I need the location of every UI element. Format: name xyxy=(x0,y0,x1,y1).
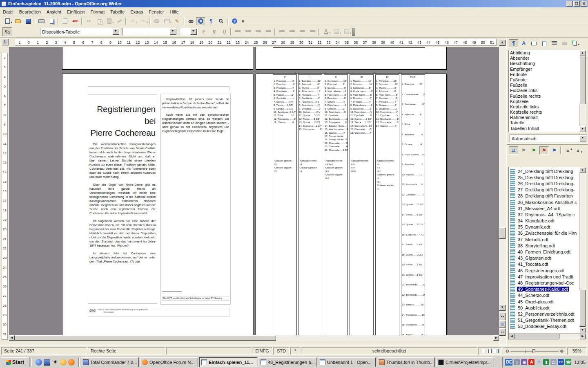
draw-functions-icon[interactable]: ✎ xyxy=(172,17,182,25)
horizontal-scrollbar[interactable] xyxy=(9,335,499,341)
chevron-down-icon[interactable] xyxy=(580,135,586,141)
navigator-file-item[interactable]: 46_Registrierungen.odt xyxy=(509,267,579,274)
tray-chart-icon[interactable]: ▮ xyxy=(543,359,549,365)
navigator-file-item[interactable]: 44_Scherzo.odt xyxy=(509,292,579,298)
zoom-out-icon[interactable]: ⊖ xyxy=(506,349,509,353)
style-list-item[interactable]: Abbildung xyxy=(509,50,586,56)
page-styles-icon[interactable] xyxy=(539,39,549,47)
style-list-item[interactable]: Fußnote xyxy=(509,77,586,83)
scrollbar-thumb[interactable] xyxy=(514,334,559,339)
document-workspace[interactable]: RegistrierungenbeiPierre Cochereau Die w… xyxy=(9,47,499,341)
multi-page-view-icon[interactable] xyxy=(488,349,492,353)
font-name-combo[interactable] xyxy=(122,28,177,36)
navigator-file-item[interactable]: 35_Dynamik.odt xyxy=(509,224,579,230)
new-document-icon[interactable] xyxy=(3,17,12,25)
redo-icon[interactable]: ↷ xyxy=(138,17,148,25)
scroll-up-icon[interactable] xyxy=(579,50,586,56)
zoom-slider[interactable]: ⊖ ⊕ xyxy=(503,347,566,355)
navigator-file-item[interactable]: 32_Rhythmus_A4_1Spalte.c xyxy=(509,211,579,218)
style-filter-combo[interactable]: Automatisch xyxy=(510,135,587,142)
separator[interactable] xyxy=(34,18,36,25)
list-styles-icon[interactable] xyxy=(550,39,559,47)
decrease-indent-icon[interactable] xyxy=(298,28,307,36)
align-left-icon[interactable] xyxy=(233,28,243,36)
quicklaunch-firefox-icon[interactable] xyxy=(68,359,75,366)
separator[interactable] xyxy=(183,18,185,25)
scroll-down-icon[interactable] xyxy=(499,305,506,311)
separator[interactable] xyxy=(227,18,229,25)
status-page-style[interactable]: Rechte Seite xyxy=(88,347,165,355)
navigator-icon[interactable] xyxy=(196,17,205,25)
style-list-item[interactable]: Rahmeninhalt xyxy=(509,115,586,120)
style-list-item[interactable]: Fußzeile links xyxy=(509,88,586,93)
toggle-icon[interactable]: ⇄ xyxy=(509,146,518,155)
nonprinting-chars-icon[interactable]: ¶ xyxy=(206,17,216,25)
scrollbar-thumb[interactable] xyxy=(15,335,276,341)
tray-display-icon[interactable]: ▣ xyxy=(521,359,527,365)
paste-icon[interactable] xyxy=(105,17,114,25)
scroll-down-icon[interactable] xyxy=(579,126,586,132)
vertical-scrollbar[interactable] xyxy=(499,40,506,346)
table-icon[interactable] xyxy=(162,17,172,25)
chevron-down-icon[interactable] xyxy=(190,29,197,35)
quicklaunch-app-icon[interactable] xyxy=(36,359,42,366)
toolbar-end-grip[interactable] xyxy=(352,28,355,36)
clock[interactable]: 13:05 xyxy=(574,360,586,365)
status-page-count[interactable]: Seite 241 / 337 xyxy=(1,347,87,355)
style-list-item[interactable]: Kopfzeile xyxy=(509,99,586,104)
highlighting-icon[interactable] xyxy=(332,28,341,36)
taskbar-task-button[interactable]: 48_Registrierungen-b... xyxy=(258,357,316,367)
document-page-right[interactable]: V 1. Principal..........8'2. Bourdon....… xyxy=(256,74,447,341)
style-list-item[interactable]: Absender xyxy=(509,56,586,61)
menu-item[interactable]: Datei xyxy=(0,8,16,16)
styles-list[interactable]: AbbildungAbsenderBeschriftungEmpfängerEn… xyxy=(508,50,586,132)
zoom-percent[interactable]: 59% xyxy=(567,347,587,355)
frame-styles-icon[interactable] xyxy=(529,39,539,47)
separator[interactable] xyxy=(560,146,562,154)
tray-document-icon[interactable]: ▤ xyxy=(550,359,557,365)
style-list-item[interactable]: Kopfzeile links xyxy=(509,104,586,110)
chevron-down-icon[interactable] xyxy=(113,29,119,35)
navigator-file-item[interactable]: 53_Böddeker_Essay.odt xyxy=(509,323,579,330)
paragraph-styles-icon[interactable]: ¶ xyxy=(509,39,518,47)
increase-indent-icon[interactable] xyxy=(308,28,317,36)
navigator-file-item[interactable]: 47_Improvisation und Tradit xyxy=(509,274,579,280)
style-list-item[interactable]: Kopfzeile rechts xyxy=(509,110,586,115)
zoom-icon[interactable] xyxy=(216,17,226,25)
tray-antivir-icon[interactable]: A xyxy=(528,359,535,365)
navigator-file-item[interactable]: 25_Dreiklang trifft Dreiklang- xyxy=(509,174,579,180)
navigator-file-item[interactable]: 49_Spontanes-Kalkül.odt xyxy=(509,286,579,292)
menu-item[interactable]: Bearbeiten xyxy=(16,8,44,16)
new-style-from-selection-icon[interactable] xyxy=(570,39,579,47)
file-list-hscrollbar[interactable] xyxy=(509,333,586,340)
navigator-file-item[interactable]: 28_Dreiklang trifft Favoriten xyxy=(509,193,579,199)
style-list-item[interactable]: Beschriftung xyxy=(509,61,586,66)
scroll-right-icon[interactable] xyxy=(493,335,499,341)
navigator-file-item[interactable]: 37_Melodik.odt xyxy=(509,236,579,242)
separator[interactable] xyxy=(318,28,320,36)
navigator-file-item[interactable]: 34_Klangfarbe.odt xyxy=(509,218,579,224)
navigator-file-item[interactable]: 36_Zwischenspiel für die Hirn xyxy=(509,230,579,236)
undo-icon[interactable]: ↶ xyxy=(128,17,138,25)
apply-style-button[interactable]: ¶a xyxy=(2,27,12,36)
save-contents-icon[interactable]: ⚑ xyxy=(550,146,559,155)
chevron-down-icon[interactable] xyxy=(170,29,176,35)
background-color-icon[interactable] xyxy=(342,28,351,36)
scroll-right-icon[interactable] xyxy=(580,334,586,339)
style-list-item[interactable]: Tabellen Inhalt xyxy=(509,126,586,131)
scrollbar-thumb[interactable] xyxy=(579,290,586,327)
navigator-file-item[interactable]: 43_Giganten.odt xyxy=(509,255,579,261)
menu-item[interactable]: Einfügen xyxy=(64,8,87,16)
help-icon[interactable]: ? xyxy=(230,17,239,25)
navigator-file-item[interactable]: 48_Registrierungen-bei-Coc xyxy=(509,280,579,286)
view-layout-buttons[interactable] xyxy=(478,347,502,355)
taskbar-task-button[interactable]: Total Commander 7.0... xyxy=(81,357,139,367)
open-icon[interactable] xyxy=(13,17,22,25)
scrollbar-thumb[interactable] xyxy=(579,56,586,104)
italic-icon[interactable]: K xyxy=(209,28,219,36)
document-page-left[interactable]: RegistrierungenbeiPierre Cochereau Die w… xyxy=(62,74,253,341)
previous-page-icon[interactable] xyxy=(499,313,506,320)
menu-item[interactable]: Ansicht xyxy=(44,8,64,16)
print-icon[interactable] xyxy=(37,17,46,25)
status-insert-mode[interactable]: EINFG xyxy=(252,347,272,355)
